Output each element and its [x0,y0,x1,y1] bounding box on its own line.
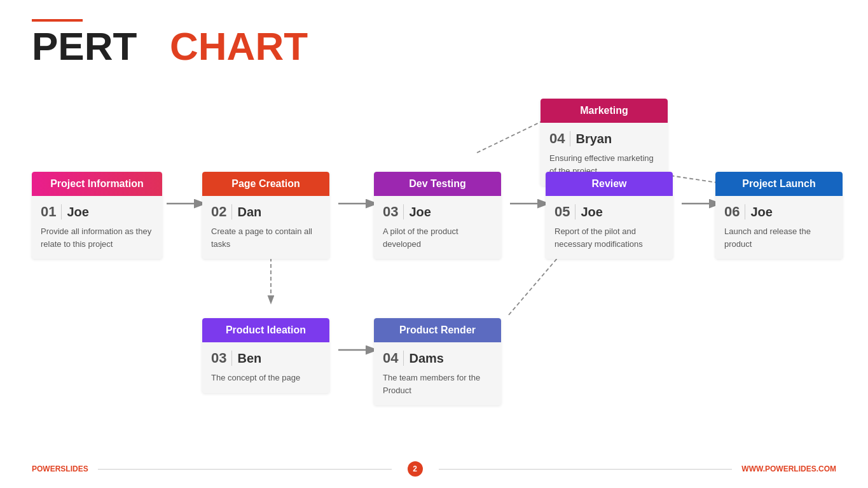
title-accent-line [32,19,83,22]
node-product-render-meta: 04 Dams [383,350,492,366]
title-chart: CHART [170,24,308,68]
node-product-ideation-header: Product Ideation [202,318,329,342]
node-dev-testing-meta: 03 Joe [383,204,492,220]
node-marketing-header: Marketing [541,99,668,123]
node-product-ideation-meta: 03 Ben [211,350,320,366]
node-marketing-meta: 04 Bryan [549,130,659,147]
node-project-info-header: Project Information [32,172,162,196]
footer-brand: POWERSLIDES [32,464,88,473]
node-review-body: 05 Joe Report of the pilot and necessary… [546,196,673,259]
footer: POWERSLIDES 2 WWW.POWERLIDES.COM [32,461,836,477]
node-dev-testing: Dev Testing 03 Joe A pilot of the produc… [374,172,501,259]
footer-slides: SLIDES [60,464,88,473]
footer-page-num: 2 [408,461,423,477]
node-product-render-header: Product Render [374,318,501,342]
title-area: PERT CHART [32,19,836,66]
node-project-launch-meta: 06 Joe [724,204,834,220]
node-page-creation: Page Creation 02 Dan Create a page to co… [202,172,329,259]
node-review-meta: 05 Joe [555,204,664,220]
node-review-header: Review [546,172,673,196]
node-page-creation-meta: 02 Dan [211,204,320,220]
node-product-ideation: Product Ideation 03 Ben The concept of t… [202,318,329,393]
chart-area: Marketing 04 Bryan Ensuring effective ma… [32,99,836,456]
footer-line-right [439,469,733,470]
node-product-ideation-body: 03 Ben The concept of the page [202,342,329,393]
node-project-info: Project Information 01 Joe Provide all i… [32,172,162,259]
page: PERT CHART [0,0,868,488]
node-review: Review 05 Joe Report of the pilot and ne… [546,172,673,259]
node-project-launch-body: 06 Joe Launch and release the product [715,196,843,259]
node-dev-testing-header: Dev Testing [374,172,501,196]
node-dev-testing-body: 03 Joe A pilot of the product developed [374,196,501,259]
node-product-render: Product Render 04 Dams The team members … [374,318,501,405]
node-product-render-body: 04 Dams The team members for the Product [374,342,501,405]
footer-line-left [98,469,392,470]
node-project-info-meta: 01 Joe [41,204,153,220]
main-title: PERT CHART [32,27,836,66]
node-project-launch: Project Launch 06 Joe Launch and release… [715,172,843,259]
footer-power: POWER [32,464,60,473]
node-page-creation-header: Page Creation [202,172,329,196]
node-project-launch-header: Project Launch [715,172,843,196]
title-pert: PERT [32,24,137,68]
footer-url: WWW.POWERLIDES.COM [741,464,836,473]
node-project-info-body: 01 Joe Provide all information as they r… [32,196,162,259]
node-page-creation-body: 02 Dan Create a page to contain all task… [202,196,329,259]
